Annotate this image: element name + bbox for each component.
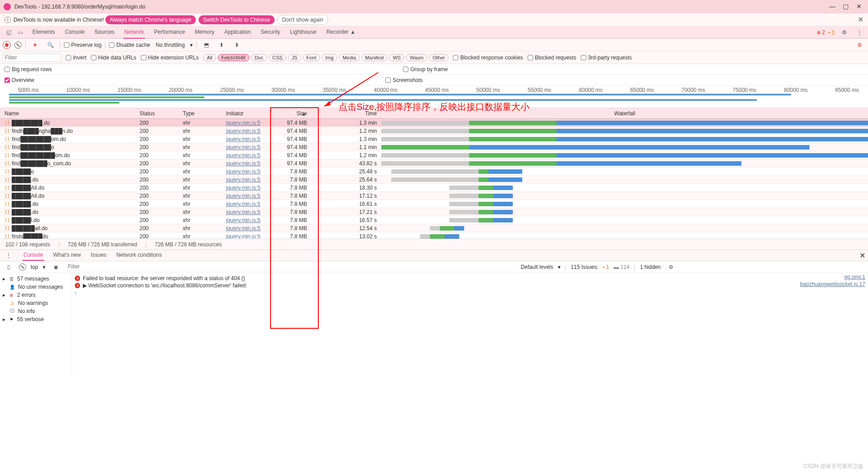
search-icon[interactable]: 🔍 (45, 40, 56, 50)
drawer-tab-console[interactable]: Console (23, 250, 44, 261)
network-row[interactable]: {}█████All.do200xhrjquery.min.js:57.8 MB… (0, 184, 868, 192)
console-prompt[interactable]: › (75, 289, 865, 296)
console-line[interactable]: ✕▶ WebSocket connection to 'ws://localho… (75, 282, 865, 289)
row-initiator[interactable]: jquery.min.js:5 (226, 217, 260, 223)
throttling-select[interactable]: No throttling (154, 41, 187, 49)
timeline-overview[interactable]: 5000 ms10000 ms15000 ms20000 ms25000 ms3… (0, 86, 868, 108)
error-badge[interactable]: ⊗ 2 (817, 29, 825, 36)
header-status[interactable]: Status (140, 110, 183, 117)
chip-font[interactable]: Font (303, 54, 320, 61)
row-initiator[interactable]: jquery.min.js:5 (226, 185, 260, 191)
row-initiator[interactable]: jquery.min.js:5 (226, 193, 260, 199)
dont-show-button[interactable]: Don't show again (277, 15, 329, 25)
blocked-requests-checkbox[interactable]: Blocked requests (528, 54, 576, 61)
filter-icon[interactable]: ▼ (29, 40, 41, 50)
network-row[interactable]: {}find█████████om.do200xhrjquery.min.js:… (0, 151, 868, 159)
context-select[interactable]: top (31, 264, 38, 270)
sidebar-warnings[interactable]: ⚠No warnings (3, 299, 69, 307)
close-window-button[interactable]: ✕ (856, 4, 862, 9)
drawer-tab-issues[interactable]: Issues (90, 250, 108, 261)
sidebar-messages[interactable]: ▸☰57 messages (3, 275, 69, 283)
download-har-icon[interactable]: ⬇ (231, 40, 243, 50)
drawer-tab-networkconditions[interactable]: Network conditions (115, 250, 163, 261)
console-settings-gear-icon[interactable]: ⚙ (665, 262, 677, 272)
console-source-link[interactable]: baozhuangwebsocket.js:17 (800, 281, 865, 287)
invert-checkbox[interactable]: Invert (66, 54, 86, 61)
network-row[interactable]: {}find████████o200xhrjquery.min.js:597.4… (0, 143, 868, 151)
network-row[interactable]: {}█████o200xhrjquery.min.js:57.8 MB25.48… (0, 168, 868, 176)
network-row[interactable]: {}█████.do200xhrjquery.min.js:57.8 MB25.… (0, 176, 868, 184)
chip-manifest[interactable]: Manifest (362, 54, 388, 61)
network-row[interactable]: {}█████l.do200xhrjquery.min.js:57.8 MB16… (0, 216, 868, 224)
header-initiator[interactable]: Initiator (226, 110, 271, 117)
tab-performance[interactable]: Performance (153, 26, 186, 39)
clear-button[interactable] (14, 41, 22, 49)
tab-sources[interactable]: Sources (94, 26, 115, 39)
throttling-chevron-icon[interactable]: ▾ (190, 42, 193, 48)
chip-img[interactable]: Img (322, 54, 337, 61)
chip-doc[interactable]: Doc (251, 54, 267, 61)
network-row[interactable]: {}█████.do200xhrjquery.min.js:57.8 MB17.… (0, 208, 868, 216)
hide-extension-urls-checkbox[interactable]: Hide extension URLs (141, 54, 199, 61)
chip-all[interactable]: All (203, 54, 216, 61)
levels-select[interactable]: Default levels (521, 264, 553, 270)
console-source-link[interactable]: gg.png:1 (844, 274, 865, 280)
row-initiator[interactable]: jquery.min.js:5 (226, 160, 260, 167)
disable-cache-checkbox[interactable]: Disable cache (109, 42, 150, 48)
chip-ws[interactable]: WS (389, 54, 404, 61)
chip-other[interactable]: Other (429, 54, 449, 61)
network-conditions-icon[interactable]: ⬒ (200, 40, 212, 50)
row-initiator[interactable]: jquery.min.js:5 (226, 201, 260, 207)
close-drawer-button[interactable]: ✕ (859, 251, 865, 260)
network-settings-gear-icon[interactable]: ⚙ (854, 40, 865, 50)
tab-memory[interactable]: Memory (194, 26, 215, 39)
header-time[interactable]: Time (312, 110, 381, 117)
record-button[interactable] (3, 41, 11, 49)
tab-application[interactable]: Application (223, 26, 252, 39)
network-row[interactable]: {}find████████om.do200xhrjquery.min.js:5… (0, 135, 868, 143)
group-frame-checkbox[interactable]: Group by frame (403, 66, 448, 73)
screenshots-checkbox[interactable]: Screenshots (385, 77, 423, 83)
console-line[interactable]: ✕Failed to load resource: the server res… (75, 275, 865, 282)
maximize-button[interactable]: ▢ (843, 4, 848, 9)
row-initiator[interactable]: jquery.min.js:5 (226, 209, 260, 215)
filter-input[interactable] (3, 54, 61, 62)
blocked-cookies-checkbox[interactable]: Blocked response cookies (453, 54, 523, 61)
chip-wasm[interactable]: Wasm (406, 54, 427, 61)
network-row[interactable]: {}██████all.do200xhrjquery.min.js:57.8 M… (0, 224, 868, 232)
header-waterfall[interactable]: Waterfall (381, 110, 868, 117)
close-infobar-button[interactable]: ✕ (858, 15, 863, 24)
row-initiator[interactable]: jquery.min.js:5 (226, 152, 260, 159)
network-row[interactable]: {}findh████ngha███n.do200xhrjquery.min.j… (0, 127, 868, 135)
settings-gear-icon[interactable]: ⚙ (838, 27, 850, 37)
network-row[interactable]: {}finds█████do200xhrjquery.min.js:57.8 M… (0, 232, 868, 239)
tab-elements[interactable]: Elements (32, 26, 56, 39)
device-toolbar-icon[interactable]: ▭ (14, 27, 26, 37)
inspect-icon[interactable]: ◱ (3, 27, 14, 37)
header-type[interactable]: Type (183, 110, 226, 117)
chip-js[interactable]: JS (288, 54, 301, 61)
upload-har-icon[interactable]: ⬆ (216, 40, 227, 50)
tab-console[interactable]: Console (64, 26, 86, 39)
row-initiator[interactable]: jquery.min.js:5 (226, 233, 260, 239)
big-rows-checkbox[interactable]: Big request rows (5, 66, 52, 73)
sidebar-user-messages[interactable]: 👤No user messages (3, 283, 69, 291)
tab-network[interactable]: Network (123, 26, 145, 39)
issues-label[interactable]: 115 Issues: (571, 264, 598, 270)
row-initiator[interactable]: jquery.min.js:5 (226, 225, 260, 231)
row-initiator[interactable]: jquery.min.js:5 (226, 120, 260, 126)
warning-badge[interactable]: ▪ 1 (828, 29, 835, 36)
hide-data-urls-checkbox[interactable]: Hide data URLs (91, 54, 136, 61)
console-filter-input[interactable] (66, 263, 516, 271)
sidebar-errors[interactable]: ▸⊗2 errors (3, 291, 69, 299)
header-size[interactable]: Size▼ (271, 110, 312, 117)
console-sidebar-toggle-icon[interactable]: ▯ (3, 262, 14, 272)
tab-security[interactable]: Security (260, 26, 281, 39)
sidebar-info[interactable]: ⓘNo info (3, 307, 69, 315)
third-party-checkbox[interactable]: 3rd-party requests (581, 54, 632, 61)
chip-fetchxhr[interactable]: Fetch/XHR (218, 54, 249, 61)
network-row[interactable]: {}████████.do200xhrjquery.min.js:597.4 M… (0, 119, 868, 127)
row-initiator[interactable]: jquery.min.js:5 (226, 128, 260, 134)
match-language-button[interactable]: Always match Chrome's language (105, 15, 196, 24)
tab-recorder[interactable]: Recorder ▲ (326, 26, 357, 39)
